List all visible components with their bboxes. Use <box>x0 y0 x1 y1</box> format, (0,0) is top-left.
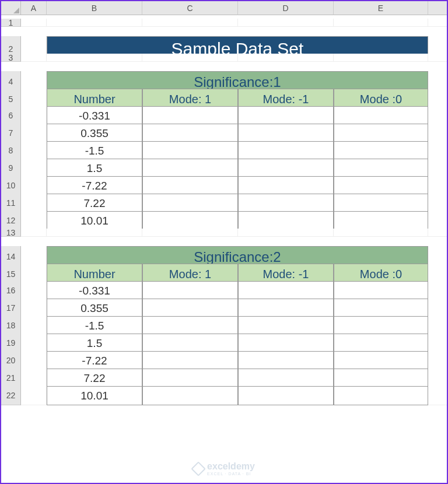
row-header-20[interactable]: 20 <box>1 351 21 370</box>
table-cell[interactable]: 1.5 <box>47 334 142 353</box>
table-cell[interactable] <box>238 369 334 388</box>
table-cell[interactable]: -1.5 <box>47 316 142 335</box>
cell-blank[interactable] <box>21 141 47 160</box>
cell-blank[interactable] <box>47 54 142 62</box>
row-header-8[interactable]: 8 <box>1 141 21 160</box>
table-cell[interactable]: 10.01 <box>47 211 142 230</box>
table-cell[interactable] <box>238 334 334 353</box>
cell-blank[interactable] <box>334 229 428 237</box>
row-header-1[interactable]: 1 <box>1 19 21 27</box>
cell-blank[interactable] <box>21 54 47 62</box>
column-header-B[interactable]: B <box>47 1 142 15</box>
cell-blank[interactable] <box>21 316 47 335</box>
table-cell[interactable] <box>142 351 238 370</box>
table-cell[interactable] <box>238 106 334 125</box>
table-cell[interactable] <box>142 299 238 318</box>
row-header-19[interactable]: 19 <box>1 334 21 353</box>
table-cell[interactable] <box>334 351 428 370</box>
cell-blank[interactable] <box>428 386 448 405</box>
table-cell[interactable] <box>142 334 238 353</box>
table-cell[interactable]: -1.5 <box>47 141 142 160</box>
cell-blank[interactable] <box>21 159 47 178</box>
table-cell[interactable]: -0.331 <box>47 281 142 300</box>
table-cell[interactable] <box>238 351 334 370</box>
table-cell[interactable] <box>238 124 334 143</box>
cell-blank[interactable] <box>21 106 47 125</box>
cell-blank[interactable] <box>21 194 47 213</box>
table-cell[interactable]: -7.22 <box>47 176 142 195</box>
table-cell[interactable]: 0.355 <box>47 124 142 143</box>
cell-blank[interactable] <box>428 316 448 335</box>
cell-blank[interactable] <box>21 369 47 388</box>
table-cell[interactable] <box>334 106 428 125</box>
table-cell[interactable]: 0.355 <box>47 299 142 318</box>
cell-blank[interactable] <box>238 54 334 62</box>
cell-blank[interactable] <box>21 299 47 318</box>
table-cell[interactable] <box>334 211 428 230</box>
cell-blank[interactable] <box>428 124 448 143</box>
row-header-22[interactable]: 22 <box>1 386 21 405</box>
cell-blank[interactable] <box>21 386 47 405</box>
table-cell[interactable] <box>238 176 334 195</box>
cell-blank[interactable] <box>428 194 448 213</box>
row-header-11[interactable]: 11 <box>1 194 21 213</box>
table-cell[interactable] <box>334 194 428 213</box>
row-header-9[interactable]: 9 <box>1 159 21 178</box>
row-header-17[interactable]: 17 <box>1 299 21 318</box>
table-cell[interactable] <box>334 299 428 318</box>
table-cell[interactable] <box>238 281 334 300</box>
cell-blank[interactable] <box>21 176 47 195</box>
select-all-triangle[interactable] <box>1 1 21 15</box>
row-header-6[interactable]: 6 <box>1 106 21 125</box>
cell-blank[interactable] <box>21 351 47 370</box>
row-header-3[interactable]: 3 <box>1 54 21 62</box>
column-header-C[interactable]: C <box>142 1 238 15</box>
table-cell[interactable] <box>334 159 428 178</box>
table-cell[interactable] <box>238 194 334 213</box>
cell-blank[interactable] <box>428 334 448 353</box>
table-cell[interactable]: 7.22 <box>47 369 142 388</box>
table-cell[interactable] <box>334 386 428 405</box>
table-cell[interactable] <box>142 141 238 160</box>
table-cell[interactable] <box>238 299 334 318</box>
table-cell[interactable] <box>142 211 238 230</box>
cell-blank[interactable] <box>334 54 428 62</box>
table-cell[interactable] <box>142 176 238 195</box>
cell-blank[interactable] <box>238 229 334 237</box>
cell-blank[interactable] <box>428 229 448 237</box>
table-cell[interactable] <box>238 386 334 405</box>
table-cell[interactable]: 1.5 <box>47 159 142 178</box>
cell-blank[interactable] <box>142 229 238 237</box>
table-cell[interactable] <box>334 176 428 195</box>
table-cell[interactable]: -7.22 <box>47 351 142 370</box>
cell-blank[interactable] <box>428 159 448 178</box>
cell-blank[interactable] <box>47 19 142 27</box>
cell-blank[interactable] <box>428 176 448 195</box>
table-cell[interactable] <box>238 159 334 178</box>
cell-blank[interactable] <box>21 19 47 27</box>
cell-blank[interactable] <box>428 19 448 27</box>
table-cell[interactable] <box>334 334 428 353</box>
table-cell[interactable] <box>238 316 334 335</box>
table-cell[interactable]: 10.01 <box>47 386 142 405</box>
cell-blank[interactable] <box>428 106 448 125</box>
row-header-13[interactable]: 13 <box>1 229 21 237</box>
cell-blank[interactable] <box>334 19 428 27</box>
cell-blank[interactable] <box>428 299 448 318</box>
table-cell[interactable] <box>142 316 238 335</box>
table-cell[interactable] <box>142 124 238 143</box>
cell-blank[interactable] <box>21 334 47 353</box>
cell-blank[interactable] <box>238 19 334 27</box>
table-cell[interactable] <box>142 106 238 125</box>
row-header-18[interactable]: 18 <box>1 316 21 335</box>
table-cell[interactable] <box>142 159 238 178</box>
row-header-10[interactable]: 10 <box>1 176 21 195</box>
cell-blank[interactable] <box>142 19 238 27</box>
table-cell[interactable] <box>238 141 334 160</box>
table-cell[interactable] <box>334 124 428 143</box>
table-cell[interactable] <box>334 369 428 388</box>
spreadsheet-grid[interactable]: ABCDE12Sample Data Set34Significance:15N… <box>1 1 447 404</box>
cell-blank[interactable] <box>142 54 238 62</box>
table-cell[interactable]: -0.331 <box>47 106 142 125</box>
table-cell[interactable] <box>142 369 238 388</box>
